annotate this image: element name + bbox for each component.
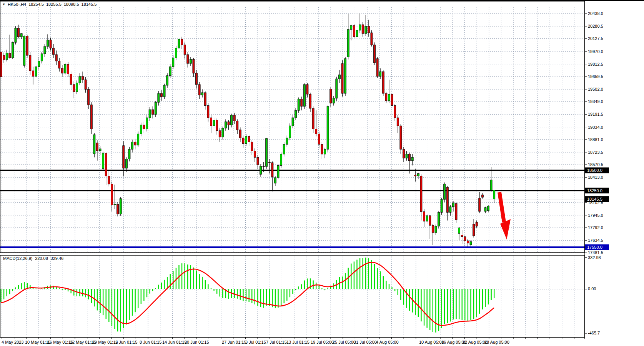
price-tick-label: 17481.5 <box>588 250 603 255</box>
bull-candle <box>280 154 282 165</box>
bear-candle <box>315 129 317 134</box>
bull-candle <box>213 120 215 126</box>
bear-candle <box>414 175 416 176</box>
bear-candle <box>193 60 195 73</box>
bull-candle <box>295 110 297 118</box>
time-axis-label: 8 Jun 01:15 <box>140 340 162 344</box>
bull-candle <box>128 149 130 159</box>
time-axis-label: 16 May 01:15 <box>47 340 73 344</box>
bull-candle <box>350 25 352 30</box>
bear-candle <box>254 151 256 157</box>
level-price-badge-label: 18145.5 <box>587 197 602 201</box>
bull-candle <box>283 145 285 154</box>
background <box>0 0 644 346</box>
bear-candle <box>96 143 98 151</box>
bear-candle <box>204 93 206 106</box>
bull-candle <box>452 203 454 207</box>
macd-indicator-label: MACD(12,26,9) -220.08 -329.46 <box>3 256 63 261</box>
bull-candle <box>79 77 81 83</box>
price-tick-label: 19349.0 <box>588 99 603 104</box>
bear-candle <box>67 64 69 74</box>
time-axis-label: 10 Aug 05:00 <box>419 340 444 344</box>
bear-candle <box>9 53 11 58</box>
bear-candle <box>385 93 387 101</box>
bull-candle <box>231 115 233 125</box>
bear-candle <box>371 33 373 45</box>
bear-candle <box>210 118 212 126</box>
time-axis-label: 2 Jun 01:15 <box>115 340 138 344</box>
bull-candle <box>266 138 268 166</box>
bull-candle <box>359 25 361 30</box>
bull-candle <box>388 94 390 101</box>
bull-candle <box>441 200 443 213</box>
bull-candle <box>333 98 334 103</box>
bear-candle <box>219 131 221 137</box>
bull-candle <box>166 76 168 85</box>
bull-candle <box>260 166 262 174</box>
bull-candle <box>338 75 340 79</box>
price-tick-label: 19970.0 <box>588 49 603 54</box>
bear-candle <box>18 28 20 37</box>
bull-candle <box>149 110 151 118</box>
bull-candle <box>93 135 95 154</box>
bull-candle <box>292 118 294 126</box>
bull-candle <box>190 60 191 64</box>
price-tick-label: 17634.5 <box>588 238 603 243</box>
bear-candle <box>198 85 200 95</box>
chart-canvas[interactable]: 20438.020280.520127.519970.019812.519659… <box>0 0 644 346</box>
bull-candle <box>225 122 226 128</box>
ohlc-close: 18145.5 <box>82 2 97 7</box>
bull-candle <box>20 33 22 37</box>
bear-candle <box>187 55 189 63</box>
bear-candle <box>257 157 259 165</box>
bear-candle <box>391 94 393 105</box>
bear-candle <box>312 108 314 129</box>
bear-candle <box>376 58 378 76</box>
bear-candle <box>318 134 320 144</box>
bear-candle <box>271 163 273 177</box>
bear-candle <box>301 99 303 106</box>
bear-candle <box>382 72 384 93</box>
bull-candle <box>44 47 46 54</box>
bear-candle <box>394 106 396 118</box>
bear-candle <box>461 235 463 236</box>
bull-candle <box>289 126 291 138</box>
bear-candle <box>143 125 145 129</box>
bear-candle <box>368 26 369 33</box>
bull-candle <box>172 58 174 67</box>
bear-candle <box>397 118 399 126</box>
ohlc-high: 18255.5 <box>46 2 62 7</box>
bear-candle <box>481 195 483 197</box>
bull-candle <box>470 241 472 245</box>
bear-candle <box>184 45 186 55</box>
bear-candle <box>152 110 154 115</box>
bull-candle <box>6 53 8 60</box>
bull-candle <box>114 204 116 205</box>
price-tick-label: 18413.0 <box>588 175 603 180</box>
bear-candle <box>73 85 75 92</box>
time-axis-label: 13 Jul 01:15 <box>286 340 310 344</box>
bear-candle <box>134 142 136 145</box>
bull-candle <box>15 28 17 43</box>
symbol-dropdown-icon[interactable]: ▼ <box>2 3 5 6</box>
bear-candle <box>228 122 230 125</box>
bull-candle <box>155 102 156 115</box>
bear-candle <box>53 48 55 55</box>
bull-candle <box>324 149 326 154</box>
bull-candle <box>344 58 346 93</box>
bull-candle <box>120 199 121 214</box>
bull-candle <box>365 26 367 33</box>
bull-candle <box>438 212 440 226</box>
bull-candle <box>417 173 419 176</box>
bull-candle <box>444 184 446 200</box>
bear-candle <box>239 130 241 138</box>
price-tick-label: 17945.0 <box>588 213 603 218</box>
price-tick-label: 19812.5 <box>588 62 603 67</box>
bear-candle <box>263 166 265 166</box>
bull-candle <box>449 207 451 213</box>
bear-candle <box>207 106 209 118</box>
time-axis-label: 29 May 01:15 <box>92 340 118 344</box>
bull-candle <box>458 228 460 233</box>
bear-candle <box>29 55 31 71</box>
bear-candle <box>432 225 434 233</box>
